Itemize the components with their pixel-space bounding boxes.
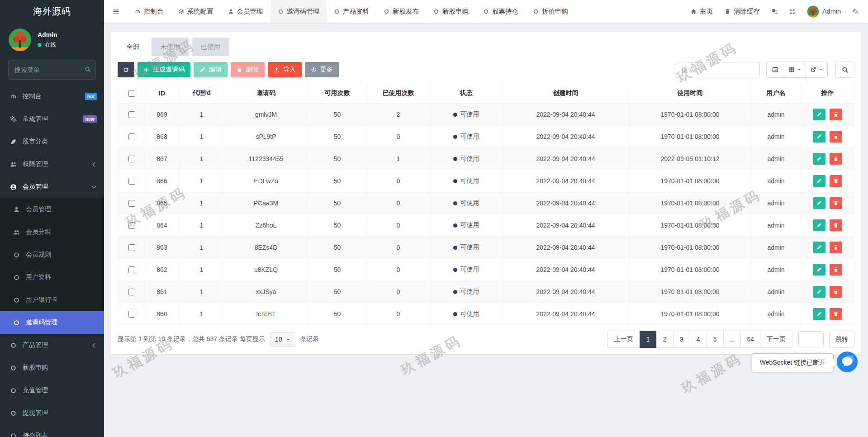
row-checkbox[interactable] [128,200,135,207]
page-button[interactable]: 1 [640,331,657,348]
row-checkbox[interactable] [128,178,135,185]
tab[interactable]: 未使用 [152,38,189,56]
row-edit-button[interactable] [813,153,825,165]
column-header[interactable]: 可用次数 [308,83,367,104]
page-button[interactable]: 4 [690,331,707,348]
row-edit-button[interactable] [813,264,825,276]
row-delete-button[interactable] [830,197,842,209]
topnav-item[interactable]: 会员管理 [221,0,270,23]
sidebar-item[interactable]: 产品管理 [0,334,104,356]
sidebar-item[interactable]: 常规管理 new [0,108,104,130]
sidebar-item[interactable]: 提现管理 [0,402,104,424]
row-delete-button[interactable] [830,308,842,320]
row-edit-button[interactable] [813,219,825,231]
column-header[interactable]: 代理id [179,83,224,104]
sidebar-item[interactable]: 会员分组 [0,221,104,243]
page-button[interactable]: ... [723,331,741,348]
row-delete-button[interactable] [830,153,842,165]
search-toggle-button[interactable] [835,62,854,78]
sidebar-item[interactable]: 权限管理 [0,153,104,176]
row-checkbox[interactable] [128,156,135,162]
column-header[interactable]: 使用时间 [629,83,751,104]
row-checkbox[interactable] [128,266,135,273]
sidebar-search-input[interactable] [8,60,96,80]
edit-button[interactable]: 编辑 [194,62,228,77]
column-header[interactable]: 邀请码 [224,83,308,104]
sidebar-item[interactable]: 会员管理 [0,176,104,198]
column-header[interactable]: 已使用次数 [367,83,430,104]
row-checkbox[interactable] [128,111,135,118]
user-menu[interactable]: Admin [801,0,847,23]
sidebar-toggle-button[interactable] [104,0,128,23]
topnav-item[interactable]: 股票持仓 [476,0,526,23]
page-button[interactable]: 3 [673,331,690,348]
sidebar-item[interactable]: 会员管理 [0,198,104,221]
clear-cache-button[interactable]: 清除缓存 [719,0,766,23]
row-delete-button[interactable] [830,109,842,120]
import-button[interactable]: 导入 [268,62,302,77]
tab[interactable]: 已使用 [192,38,229,56]
refresh-button[interactable] [118,62,134,77]
row-edit-button[interactable] [813,286,825,298]
table-search-input[interactable] [676,62,760,77]
row-edit-button[interactable] [813,109,825,120]
column-header[interactable]: 状态 [430,83,503,104]
page-button[interactable]: 5 [707,331,724,348]
sidebar-item[interactable]: 股市分类 [0,130,104,153]
topnav-item[interactable]: 新股发布 [376,0,426,23]
select-all-checkbox[interactable] [128,90,135,97]
sidebar-item[interactable]: 新股申购 [0,356,104,379]
next-page-button[interactable]: 下一页 [760,331,792,348]
delete-button[interactable]: 删除 [231,62,265,77]
column-header[interactable]: ID [145,83,179,104]
topnav-item[interactable]: 折价申购 [526,0,575,23]
sidebar-item[interactable]: 控制台 hot [0,85,104,108]
row-edit-button[interactable] [813,242,825,253]
sidebar-item[interactable]: 会员规则 [0,243,104,266]
row-delete-button[interactable] [830,242,842,253]
sidebar-item[interactable]: 用户银行卡 [0,289,104,311]
sidebar-item[interactable]: 持仓列表 [0,424,104,437]
row-edit-button[interactable] [813,197,825,209]
topnav-item[interactable]: 系统配置 [171,0,221,23]
topnav-item[interactable]: 新股申购 [426,0,476,23]
page-size-select[interactable]: 10 [270,332,295,347]
language-toggle-button[interactable] [766,0,783,23]
page-button[interactable]: 64 [740,331,760,348]
topnav-item[interactable]: 邀请码管理 [270,0,327,23]
row-delete-button[interactable] [830,131,842,142]
column-header[interactable]: 操作 [801,83,854,104]
sidebar-item[interactable]: 用户资料 [0,266,104,289]
row-checkbox[interactable] [128,311,135,318]
generate-code-button[interactable]: 生成邀请码 [138,62,190,77]
topnav-item[interactable]: 产品资料 [327,0,376,23]
settings-button[interactable] [847,0,864,23]
detail-view-button[interactable] [766,62,784,78]
row-delete-button[interactable] [830,175,842,187]
row-checkbox[interactable] [128,244,135,251]
page-button[interactable]: 2 [656,331,674,348]
row-delete-button[interactable] [830,286,842,298]
row-edit-button[interactable] [813,175,825,187]
row-edit-button[interactable] [813,131,825,142]
column-header[interactable]: 创建时间 [503,83,629,104]
row-edit-button[interactable] [813,308,825,320]
jump-page-input[interactable] [798,331,824,347]
row-checkbox[interactable] [128,222,135,229]
fullscreen-button[interactable] [783,0,801,23]
row-checkbox[interactable] [128,133,135,140]
row-checkbox[interactable] [128,289,135,295]
export-button[interactable] [806,62,828,78]
prev-page-button[interactable]: 上一页 [607,331,640,348]
tab[interactable]: 全部 [118,38,148,56]
chat-button[interactable] [837,352,858,372]
sidebar-item[interactable]: 充值管理 [0,379,104,402]
more-button[interactable]: 更多 [305,62,339,77]
row-delete-button[interactable] [830,264,842,276]
jump-button[interactable]: 跳转 [829,331,854,348]
column-header[interactable]: 用户名 [751,83,801,104]
topnav-item[interactable]: 控制台 [128,0,171,23]
columns-button[interactable] [784,62,806,78]
home-link[interactable]: 主页 [685,0,719,23]
sidebar-item[interactable]: 邀请码管理 [0,311,104,334]
